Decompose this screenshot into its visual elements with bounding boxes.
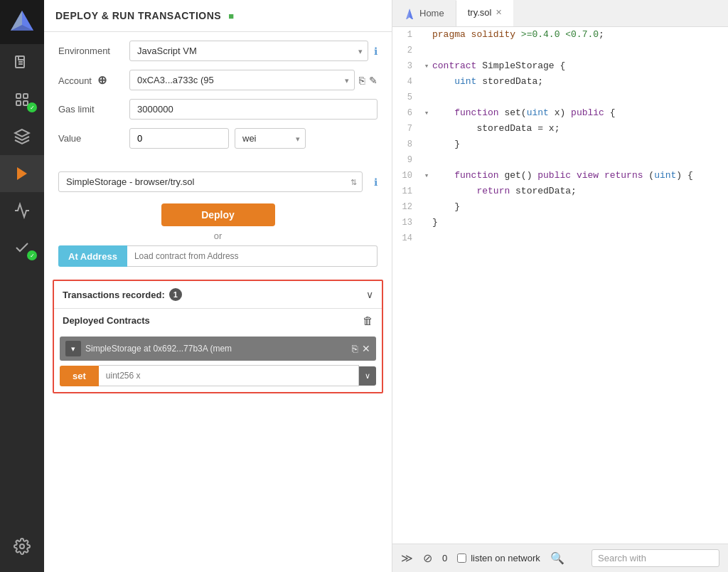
search-bar[interactable]: Search with <box>592 549 719 567</box>
tab-try-sol[interactable]: try.sol ✕ <box>456 0 514 26</box>
tab-close-icon[interactable]: ✕ <box>496 8 502 17</box>
account-row: Account ⊕ 0xCA3...a733c (95 ▾ ⎘ ✎ <box>58 70 378 90</box>
environment-control: JavaScript VM Injected Web3 Web3 Provide… <box>129 41 368 61</box>
sidebar-item-plugin[interactable]: ✓ <box>0 81 44 118</box>
line-content <box>432 90 728 105</box>
sidebar-item-settings[interactable] <box>0 528 44 565</box>
line-number: 3 <box>392 59 421 73</box>
svg-marker-10 <box>17 167 27 180</box>
line-number: 1 <box>392 28 421 42</box>
line-number: 4 <box>392 75 421 89</box>
code-line: 3▾contract SimpleStorage { <box>392 58 728 74</box>
code-area: 1pragma solidity >=0.4.0 <0.7.0;2 3▾cont… <box>392 27 728 544</box>
account-select[interactable]: 0xCA3...a733c (95 <box>129 70 355 90</box>
contract-info-icon[interactable]: ℹ <box>374 176 378 188</box>
at-address-input[interactable] <box>127 245 378 267</box>
contract-select-wrapper: SimpleStorage - browser/try.sol ⇅ <box>58 171 363 192</box>
gas-limit-control <box>129 99 378 120</box>
code-line: 7 storedData = x; <box>392 121 728 137</box>
contract-select-wrap: SimpleStorage - browser/try.sol ⇅ <box>58 171 363 192</box>
tab-home[interactable]: Home <box>392 1 456 26</box>
contract-copy-icon[interactable]: ⎘ <box>352 343 358 354</box>
at-address-button[interactable]: At Address <box>58 245 127 267</box>
contract-select[interactable]: SimpleStorage - browser/try.sol <box>58 171 363 192</box>
sidebar: ✓ ✓ <box>0 0 44 572</box>
listen-network-label: listen on network <box>471 553 540 563</box>
code-line: 8 } <box>392 137 728 152</box>
environment-label: Environment <box>58 46 129 56</box>
line-gutter: ▾ <box>421 106 432 120</box>
verify-badge: ✓ <box>27 250 37 260</box>
sidebar-item-debug[interactable] <box>0 192 44 229</box>
line-content: function set(uint x) public { <box>432 106 728 120</box>
plugin-badge: ✓ <box>27 102 37 112</box>
trash-icon[interactable]: 🗑 <box>363 314 373 327</box>
line-content: } <box>432 200 728 214</box>
no-entry-icon[interactable]: ⊘ <box>423 551 432 565</box>
wei-select[interactable]: wei gwei finney ether <box>235 128 306 149</box>
contract-item: ▾ SimpleStorage at 0x692...77b3A (mem ⎘ … <box>60 337 376 361</box>
account-edit-icon[interactable]: ✎ <box>369 75 378 86</box>
or-text: or <box>214 231 223 241</box>
panel-title: DEPLOY & RUN TRANSACTIONS <box>55 10 221 21</box>
account-copy-icon[interactable]: ⎘ <box>359 75 365 86</box>
gas-limit-input[interactable] <box>129 99 378 120</box>
line-gutter: ▾ <box>421 59 432 73</box>
status-bar: ≫ ⊘ 0 listen on network 🔍 Search with <box>392 544 728 572</box>
sidebar-logo <box>0 0 44 44</box>
code-line: 4 uint storedData; <box>392 74 728 90</box>
sidebar-item-compile[interactable] <box>0 118 44 155</box>
line-number: 5 <box>392 90 421 105</box>
transactions-header-text: Transactions recorded: <box>63 290 165 300</box>
account-label-text: Account <box>58 75 92 86</box>
environment-info-icon[interactable]: ℹ <box>374 46 378 57</box>
account-control: 0xCA3...a733c (95 ▾ ⎘ ✎ <box>129 70 378 90</box>
set-chevron-button[interactable]: ∨ <box>359 366 376 386</box>
line-number: 7 <box>392 122 421 136</box>
at-address-row: At Address <box>58 245 378 267</box>
wei-select-wrap: wei gwei finney ether ▾ <box>235 128 306 149</box>
code-line: 2 <box>392 43 728 58</box>
search-icon[interactable]: 🔍 <box>550 551 564 565</box>
line-content: pragma solidity >=0.4.0 <0.7.0; <box>432 28 728 42</box>
contract-selector-row: SimpleStorage - browser/try.sol ⇅ ℹ <box>44 166 392 201</box>
account-select-wrapper: 0xCA3...a733c (95 ▾ <box>129 70 355 90</box>
transactions-title: Transactions recorded: 1 <box>63 288 182 301</box>
code-line: 5 <box>392 90 728 105</box>
code-line: 10▾ function get() public view returns (… <box>392 168 728 184</box>
value-control: wei gwei finney ether ▾ <box>129 128 378 149</box>
svg-marker-13 <box>410 9 413 19</box>
svg-point-11 <box>20 544 24 549</box>
contract-expand-button[interactable]: ▾ <box>65 341 81 356</box>
svg-rect-8 <box>16 101 21 105</box>
code-line: 1pragma solidity >=0.4.0 <0.7.0; <box>392 27 728 43</box>
contract-close-icon[interactable]: ✕ <box>362 343 370 354</box>
environment-select[interactable]: JavaScript VM Injected Web3 Web3 Provide… <box>129 41 368 61</box>
eth-logo-icon <box>404 8 415 19</box>
line-content: return storedData; <box>432 184 728 198</box>
transactions-section: Transactions recorded: 1 ∨ Deployed Cont… <box>53 280 383 393</box>
double-chevron-icon[interactable]: ≫ <box>401 551 413 565</box>
sidebar-item-verify[interactable]: ✓ <box>0 229 44 266</box>
line-number: 6 <box>392 106 421 120</box>
right-panel: Home try.sol ✕ 1pragma solidity >=0.4.0 … <box>392 0 728 572</box>
code-line: 9 <box>392 152 728 168</box>
code-line: 13} <box>392 215 728 231</box>
sidebar-item-files[interactable] <box>0 44 44 81</box>
set-button[interactable]: set <box>60 366 99 386</box>
transactions-header[interactable]: Transactions recorded: 1 ∨ <box>54 281 382 308</box>
line-content: function get() public view returns (uint… <box>432 169 728 183</box>
gas-limit-label: Gas limit <box>58 104 129 115</box>
line-number: 12 <box>392 200 421 214</box>
deploy-button[interactable]: Deploy <box>161 203 275 226</box>
environment-select-wrap: JavaScript VM Injected Web3 Web3 Provide… <box>129 41 368 61</box>
file-tab-label: try.sol <box>468 7 492 18</box>
value-input[interactable] <box>129 128 229 149</box>
deploy-section: Deploy or At Address <box>44 201 392 272</box>
environment-row: Environment JavaScript VM Injected Web3 … <box>58 41 378 61</box>
listen-network-checkbox[interactable] <box>457 554 466 563</box>
set-input[interactable] <box>99 365 359 386</box>
sidebar-item-deploy[interactable] <box>0 155 44 192</box>
account-add-icon[interactable]: ⊕ <box>97 74 107 86</box>
deployed-contracts-header: Deployed Contracts 🗑 <box>54 308 382 332</box>
